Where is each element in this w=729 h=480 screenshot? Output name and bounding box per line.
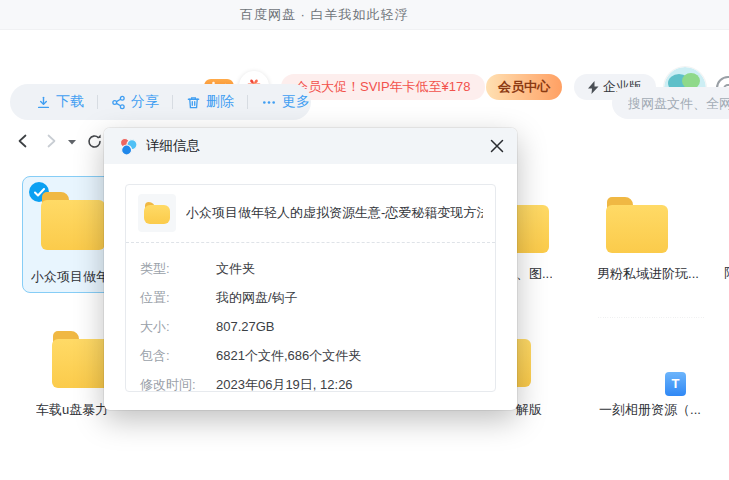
folder-icon — [41, 192, 105, 250]
field-label: 位置: — [140, 283, 216, 312]
field-label: 大小: — [140, 312, 216, 341]
dialog-header: 详细信息 — [104, 128, 517, 164]
field-label: 修改时间: — [140, 370, 216, 399]
dialog-file-name: 小众项目做年轻人的虚拟资源生意-恋爱秘籍变现方法 — [186, 204, 483, 222]
details-dialog: 详细信息 小众项目做年轻人的虚拟资源生意-恋爱秘籍变现方法 类型: 文件夹 位置… — [104, 128, 517, 410]
toolbar-separator — [172, 95, 173, 109]
more-button[interactable]: 更多 — [261, 93, 310, 111]
search-box — [612, 87, 729, 119]
window-title: 百度网盘 · 白羊我如此轻浮 — [240, 0, 409, 30]
download-icon — [36, 95, 51, 110]
field-value: 6821个文件,686个文件夹 — [216, 341, 361, 370]
share-button[interactable]: 分享 — [111, 93, 159, 111]
download-label: 下载 — [56, 93, 84, 111]
search-input[interactable] — [612, 87, 729, 119]
field-value: 807.27GB — [216, 312, 275, 341]
close-icon[interactable] — [489, 138, 505, 154]
toolbar-separator — [97, 95, 98, 109]
enterprise-bolt-icon — [588, 81, 599, 94]
file-label[interactable]: 男粉私域进阶玩... — [580, 265, 716, 283]
dashed-divider — [126, 242, 495, 243]
dialog-title: 详细信息 — [146, 137, 200, 155]
field-row-contains: 包含: 6821个文件,686个文件夹 — [126, 341, 495, 370]
member-center-button[interactable]: 会员中心 — [486, 74, 562, 100]
folder-icon — [138, 194, 176, 232]
more-label: 更多 — [282, 93, 310, 111]
baidu-netdisk-window: 百度网盘 · 白羊我如此轻浮 会员大促！SVIP年卡低至¥178 会员中心 — [0, 0, 729, 480]
download-button[interactable]: 下载 — [36, 93, 84, 111]
watermark-text: ········································… — [598, 315, 704, 327]
detail-fields: 类型: 文件夹 位置: 我的网盘/钩子 大小: 807.27GB 包含: 682… — [126, 254, 495, 399]
file-name-row: 小众项目做年轻人的虚拟资源生意-恋爱秘籍变现方法 — [126, 185, 495, 241]
delete-button[interactable]: 删除 — [186, 93, 234, 111]
folder-icon[interactable] — [606, 197, 668, 253]
field-row-size: 大小: 807.27GB — [126, 312, 495, 341]
titlebar: 百度网盘 · 白羊我如此轻浮 — [0, 0, 729, 30]
netdisk-logo-icon — [118, 136, 138, 156]
txt-file-icon[interactable]: T — [665, 372, 686, 396]
share-label: 分享 — [131, 93, 159, 111]
field-value: 我的网盘/钩子 — [216, 283, 298, 312]
trash-icon — [186, 95, 201, 110]
file-label[interactable]: 解版 — [516, 401, 550, 419]
delete-label: 删除 — [206, 93, 234, 111]
file-label[interactable]: 阿 — [724, 264, 729, 282]
share-icon — [111, 95, 126, 110]
file-label[interactable]: 、图... — [516, 265, 552, 283]
refresh-icon[interactable] — [84, 131, 104, 151]
field-label: 包含: — [140, 341, 216, 370]
field-label: 类型: — [140, 254, 216, 283]
caret-down-icon[interactable] — [66, 137, 78, 147]
field-row-location: 位置: 我的网盘/钩子 — [126, 283, 495, 312]
dialog-content-box: 小众项目做年轻人的虚拟资源生意-恋爱秘籍变现方法 类型: 文件夹 位置: 我的网… — [125, 184, 496, 392]
more-dots-icon — [261, 95, 277, 110]
file-action-toolbar: 下载 分享 删除 更多 — [10, 84, 311, 120]
file-label[interactable]: 一刻相册资源（... — [580, 401, 720, 419]
back-icon[interactable] — [14, 132, 32, 150]
field-row-modified: 修改时间: 2023年06月19日, 12:26 — [126, 370, 495, 399]
toolbar-separator — [247, 95, 248, 109]
header: 会员大促！SVIP年卡低至¥178 会员中心 企业版 SVIP1 — [0, 30, 729, 82]
field-value: 文件夹 — [216, 254, 255, 283]
forward-icon[interactable] — [42, 132, 60, 150]
svip-promo-banner[interactable]: 会员大促！SVIP年卡低至¥178 — [281, 74, 485, 100]
field-value: 2023年06月19日, 12:26 — [216, 370, 353, 399]
field-row-type: 类型: 文件夹 — [126, 254, 495, 283]
